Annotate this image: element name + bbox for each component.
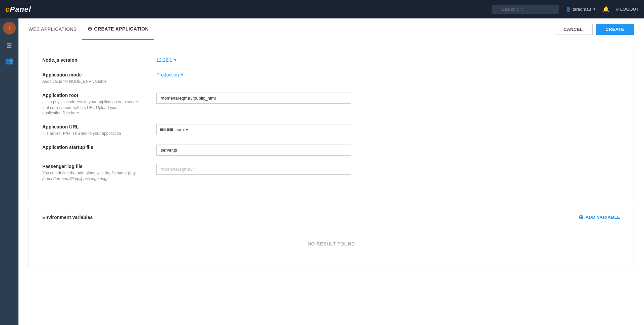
cancel-button[interactable]: CANCEL	[554, 24, 592, 35]
search-input[interactable]	[492, 5, 559, 14]
add-variable-label: ADD VARIABLE	[586, 215, 620, 220]
tab-create-application[interactable]: ⊕ CREATE APPLICATION	[82, 18, 154, 40]
add-variable-button[interactable]: ⊕ ADD VARIABLE	[579, 214, 620, 221]
no-result-text: NO RESULT FOUND	[42, 221, 620, 260]
url-domain-value: com	[176, 127, 184, 132]
url-domain-selector[interactable]: com ▼	[157, 124, 192, 135]
app-root-label-col: Application root It is a physical addres…	[42, 93, 156, 116]
url-domain-dropdown-arrow: ▼	[185, 128, 189, 132]
app-mode-dropdown[interactable]: Production ▼	[156, 72, 620, 77]
app-mode-label-col: Application mode Adds value for NODE_ENV…	[42, 72, 156, 85]
circle-plus-icon: ⊕	[579, 214, 584, 221]
passenger-log-input-col	[156, 164, 620, 175]
web-applications-tab-label: WEB APPLICATIONS	[29, 26, 77, 32]
search-wrapper: 🔍	[492, 5, 559, 14]
app-root-row: Application root It is a physical addres…	[42, 93, 620, 116]
grid-icon[interactable]: ⊞	[4, 39, 14, 51]
nodejs-input-col: 12.22.1 ▼	[156, 57, 620, 63]
nodejs-version-row: Node.js version 12.22.1 ▼	[42, 57, 620, 64]
passenger-log-input[interactable]	[156, 164, 351, 175]
user-name: tareqma3	[573, 7, 591, 12]
tab-header: WEB APPLICATIONS ⊕ CREATE APPLICATION CA…	[18, 18, 644, 40]
create-application-tab-label: CREATE APPLICATION	[94, 26, 149, 32]
app-mode-input-col: Production ▼	[156, 72, 620, 77]
env-section: Environment variables ⊕ ADD VARIABLE NO …	[29, 207, 634, 267]
logout-button[interactable]: ⎋ LOGOUT	[616, 7, 639, 12]
user-dropdown-arrow: ▼	[593, 7, 596, 11]
topbar: cPanel 🔍 👤 tareqma3 ▼ 🔔 ⎋ LOGOUT	[0, 0, 644, 18]
app-root-label: Application root	[42, 93, 156, 98]
app-startup-input-col	[156, 145, 620, 156]
passenger-log-row: Passenger log file You can define the pa…	[42, 164, 620, 182]
app-root-input[interactable]	[156, 93, 351, 104]
app-url-sublabel: It is an HTTP/HTTPS link to your applica…	[42, 131, 156, 137]
sidebar: T ⊞ 👥	[0, 18, 18, 325]
app-startup-label: Application startup file	[42, 145, 156, 150]
tab-web-applications[interactable]: WEB APPLICATIONS	[29, 18, 82, 40]
app-root-sublabel: It is a physical address to your applica…	[42, 99, 156, 116]
main-content: WEB APPLICATIONS ⊕ CREATE APPLICATION CA…	[18, 18, 644, 325]
url-path-input[interactable]	[192, 124, 351, 135]
domain-block-2	[163, 128, 166, 131]
logout-icon: ⎋	[616, 7, 619, 12]
app-startup-input[interactable]	[156, 145, 351, 156]
domain-blocks	[160, 128, 173, 131]
nodejs-version-value: 12.22.1	[156, 57, 172, 63]
notification-bell-icon[interactable]: 🔔	[603, 6, 609, 12]
app-startup-label-col: Application startup file	[42, 145, 156, 151]
users-icon[interactable]: 👥	[3, 55, 15, 67]
form-section: Node.js version 12.22.1 ▼ Application mo…	[29, 47, 634, 200]
nodejs-version-dropdown-arrow: ▼	[174, 58, 177, 62]
nodejs-version-dropdown[interactable]: 12.22.1 ▼	[156, 57, 620, 63]
nodejs-version-label: Node.js version	[42, 57, 156, 63]
app-url-label-col: Application URL It is an HTTP/HTTPS link…	[42, 124, 156, 137]
app-startup-row: Application startup file	[42, 145, 620, 156]
domain-block-3	[167, 128, 169, 131]
app-mode-row: Application mode Adds value for NODE_ENV…	[42, 72, 620, 85]
app-mode-label: Application mode	[42, 72, 156, 77]
app-url-input-col: com ▼	[156, 124, 620, 135]
logout-label: LOGOUT	[620, 7, 639, 12]
plus-circle-icon: ⊕	[88, 25, 92, 32]
domain-block-4	[170, 128, 173, 131]
env-header: Environment variables ⊕ ADD VARIABLE	[42, 214, 620, 221]
avatar: T	[3, 22, 16, 35]
passenger-log-sublabel: You can define the path along with the f…	[42, 170, 156, 182]
app-url-input-wrapper: com ▼	[156, 124, 351, 135]
app-mode-sublabel: Adds value for NODE_ENV variable	[42, 79, 156, 85]
app-url-label: Application URL	[42, 124, 156, 129]
env-title: Environment variables	[42, 215, 93, 220]
domain-block-1	[160, 128, 163, 131]
tab-actions: CANCEL CREATE	[554, 24, 634, 35]
app-mode-value: Production	[156, 72, 179, 77]
user-icon: 👤	[565, 7, 571, 12]
app-mode-dropdown-arrow: ▼	[180, 73, 184, 77]
nodejs-label-col: Node.js version	[42, 57, 156, 64]
topbar-right: 🔍 👤 tareqma3 ▼ 🔔 ⎋ LOGOUT	[492, 5, 639, 14]
app-url-row: Application URL It is an HTTP/HTTPS link…	[42, 124, 620, 137]
user-menu[interactable]: 👤 tareqma3 ▼	[565, 7, 596, 12]
cpanel-logo: cPanel	[5, 5, 31, 14]
passenger-log-label-col: Passenger log file You can define the pa…	[42, 164, 156, 182]
app-root-input-col	[156, 93, 620, 104]
create-button[interactable]: CREATE	[596, 24, 634, 35]
passenger-log-label: Passenger log file	[42, 164, 156, 169]
